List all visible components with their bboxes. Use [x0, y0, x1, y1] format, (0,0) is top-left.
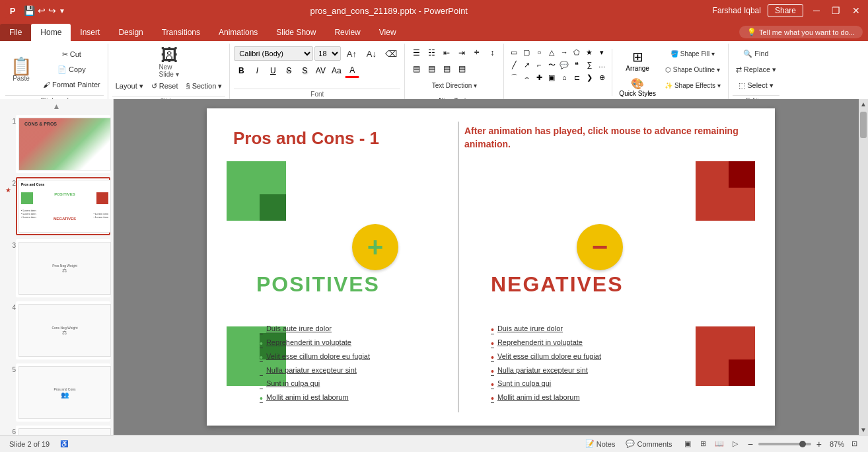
bracket-shape[interactable]: ⌂ — [558, 71, 570, 83]
slide-sorter-button[interactable]: ⊞ — [696, 437, 711, 451]
pentagon-shape[interactable]: ⬠ — [571, 46, 583, 58]
format-painter-button[interactable]: 🖌 Format Painter — [40, 77, 104, 92]
align-center-button[interactable]: ▤ — [424, 62, 439, 75]
numbering-button[interactable]: ☷ — [424, 46, 439, 59]
zoom-in-button[interactable]: + — [816, 439, 822, 449]
text-shadow-button[interactable]: S — [297, 63, 312, 78]
vertical-scrollbar[interactable]: ▲ ▼ — [859, 99, 868, 435]
minimize-button[interactable]: ─ — [810, 4, 823, 17]
connector-shape[interactable]: ⌐ — [533, 59, 545, 71]
blockquote-shape[interactable]: ❝ — [571, 59, 583, 71]
reset-button[interactable]: ↺ Reset — [148, 79, 182, 93]
tab-view[interactable]: View — [370, 24, 406, 41]
increase-font-button[interactable]: A↑ — [342, 47, 361, 60]
shape-effects-button[interactable]: ✨ Shape Effects ▾ — [661, 78, 724, 93]
slide-thumb-3[interactable]: 3 Pros Neg Weight⚖ — [16, 239, 110, 297]
notch-shape[interactable]: ⊏ — [571, 71, 583, 83]
cut-button[interactable]: ✂ Cut — [40, 47, 104, 61]
tab-slideshow[interactable]: Slide Show — [267, 24, 325, 41]
shape-outline-button[interactable]: ⬡ Shape Outline ▾ — [661, 62, 724, 77]
comments-button[interactable]: 💬 Comments — [623, 438, 674, 449]
line-spacing-button[interactable]: ↕ — [485, 46, 499, 59]
zoom-out-button[interactable]: − — [748, 439, 753, 449]
rounded-rect-shape[interactable]: ▢ — [521, 46, 532, 58]
slide-thumb-2[interactable]: 2 ★ Pros and Cons POSITIVES • Lorem item… — [16, 177, 110, 235]
slide-thumb-4[interactable]: 4 Cons Neg Weight⚖ — [16, 301, 110, 359]
customize-icon[interactable]: ▼ — [59, 7, 65, 15]
char-spacing-button[interactable]: AV — [313, 63, 328, 78]
save-icon[interactable]: 💾 — [24, 5, 35, 16]
star-shape[interactable]: ★ — [583, 46, 595, 58]
change-case-button[interactable]: Aa — [329, 63, 344, 78]
section-button[interactable]: § Section ▾ — [183, 79, 226, 93]
slideshow-button[interactable]: ▷ — [728, 437, 742, 451]
shapes-more2[interactable]: … — [596, 59, 608, 71]
cross-shape[interactable]: ✚ — [533, 71, 545, 83]
font-color-button[interactable]: A — [345, 63, 359, 78]
arc-shape[interactable]: ⌒ — [508, 71, 520, 83]
clear-format-button[interactable]: ⌫ — [382, 47, 400, 60]
notes-button[interactable]: 📝 Notes — [583, 438, 618, 449]
zoom-thumb[interactable] — [799, 441, 806, 447]
tab-insert[interactable]: Insert — [71, 24, 109, 41]
text-direction-button[interactable]: Text Direction ▾ — [409, 78, 499, 93]
find-button[interactable]: 🔍 Find — [733, 46, 779, 61]
tab-file[interactable]: File — [0, 24, 31, 41]
font-size-select[interactable]: 18 — [314, 46, 341, 61]
tab-home[interactable]: Home — [31, 24, 71, 41]
undo-icon[interactable]: ↩ — [38, 5, 46, 16]
rtarrow-shape[interactable]: → — [558, 46, 570, 58]
triangle-shape[interactable]: △ — [546, 46, 558, 58]
bold-button[interactable]: B — [234, 63, 248, 78]
scroll-up-button[interactable]: ▲ — [3, 102, 110, 111]
underline-button[interactable]: U — [266, 63, 280, 78]
accessibility-button[interactable]: ♿ — [57, 439, 71, 449]
layout-button[interactable]: Layout ▾ — [112, 79, 147, 93]
tab-design[interactable]: Design — [109, 24, 152, 41]
columns-button[interactable]: ⫩ — [470, 46, 484, 59]
copy-button[interactable]: 📄 Copy — [40, 62, 104, 77]
replace-button[interactable]: ⇄ Replace ▾ — [733, 62, 779, 77]
scroll-down-arrow[interactable]: ▼ — [859, 425, 868, 435]
indent-inc-button[interactable]: ⇥ — [454, 46, 469, 59]
arrow-shape[interactable]: ↗ — [521, 59, 532, 71]
slide-canvas[interactable]: Pros and Cons - 1 After animation has pl… — [207, 108, 775, 426]
shape-fill-button[interactable]: 🪣 Shape Fill ▾ — [661, 46, 724, 61]
bullets-button[interactable]: ☰ — [409, 46, 423, 59]
align-right-button[interactable]: ▤ — [439, 62, 454, 75]
tell-me-box[interactable]: 💡 Tell me what you want to do... — [739, 26, 863, 38]
decrease-font-button[interactable]: A↓ — [362, 47, 380, 60]
quick-styles-button[interactable]: 🎨 Quick Styles — [616, 76, 659, 98]
equation-shape[interactable]: ∑ — [583, 59, 595, 71]
slide-thumb-6[interactable]: 6 Pros and ConsPROS CONS — [16, 426, 110, 435]
freeform-shape[interactable]: 〜 — [546, 59, 558, 71]
redo-icon[interactable]: ↪ — [48, 5, 56, 16]
tell-me-text[interactable]: Tell me what you want to do... — [759, 28, 855, 36]
justify-button[interactable]: ▤ — [454, 62, 469, 75]
zoom-slider[interactable] — [758, 443, 811, 445]
share-button[interactable]: Share — [768, 4, 803, 17]
tab-transitions[interactable]: Transitions — [153, 24, 209, 41]
rect-shape[interactable]: ▭ — [508, 46, 520, 58]
slide-thumb-5[interactable]: 5 Pros and Cons👥 — [16, 363, 110, 422]
paste-button[interactable]: 📋 Paste — [5, 46, 37, 93]
normal-view-button[interactable]: ▣ — [680, 437, 695, 451]
slide-thumb-1[interactable]: 1 CONS & PROS — [16, 115, 110, 173]
italic-button[interactable]: I — [250, 63, 264, 78]
align-left-button[interactable]: ▤ — [409, 62, 423, 75]
font-name-select[interactable]: Calibri (Body) — [234, 46, 313, 61]
frame-shape[interactable]: ▣ — [546, 71, 558, 83]
new-slide-button[interactable]: 🖼 NewSlide ▾ — [112, 46, 226, 78]
tab-animations[interactable]: Animations — [209, 24, 267, 41]
line-shape[interactable]: ╱ — [508, 59, 520, 71]
tab-review[interactable]: Review — [325, 24, 369, 41]
shapes-more3[interactable]: ⊕ — [596, 71, 608, 83]
indent-dec-button[interactable]: ⇤ — [439, 46, 454, 59]
chevron-shape[interactable]: ❯ — [583, 71, 595, 83]
more-shapes[interactable]: ▾ — [596, 46, 608, 58]
select-button[interactable]: ⬚ Select ▾ — [733, 78, 779, 93]
reading-view-button[interactable]: 📖 — [712, 437, 727, 451]
scroll-thumb[interactable] — [860, 112, 867, 138]
arrange-button[interactable]: ⊞ Arrange — [616, 46, 659, 75]
strikethrough-button[interactable]: S — [281, 63, 296, 78]
